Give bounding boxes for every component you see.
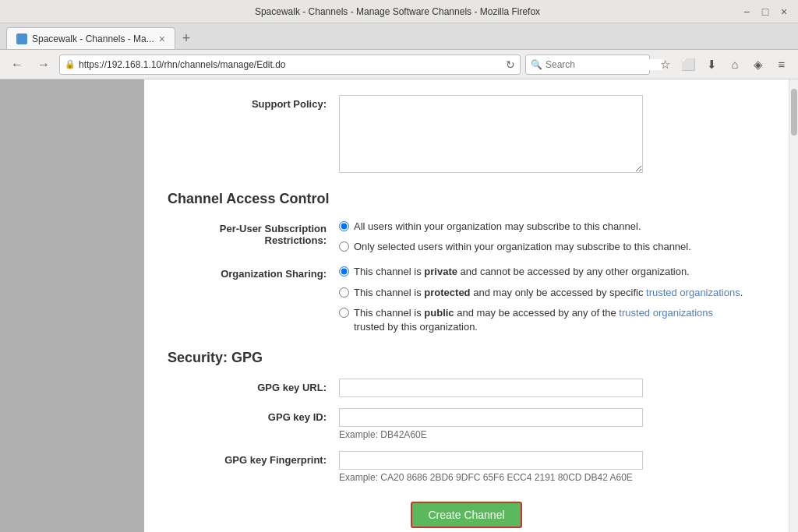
support-policy-field bbox=[339, 95, 765, 175]
org-sharing-radio-group: This channel is private and cannot be ac… bbox=[339, 265, 765, 334]
radio-all-users-option[interactable]: All users within your organization may s… bbox=[339, 220, 765, 234]
radio-protected-option[interactable]: This channel is protected and may only b… bbox=[339, 286, 765, 300]
tab-bar: Spacewalk - Channels - Ma... × + bbox=[0, 23, 798, 50]
search-icon: 🔍 bbox=[531, 59, 542, 70]
menu-button[interactable]: ≡ bbox=[772, 55, 792, 75]
sidebar bbox=[0, 79, 144, 532]
lock-icon: 🔒 bbox=[65, 59, 76, 69]
gpg-fingerprint-field: Example: CA20 8686 2BD6 9DFC 65F6 ECC4 2… bbox=[339, 451, 765, 483]
new-tab-button[interactable]: + bbox=[175, 27, 197, 49]
gpg-url-input[interactable] bbox=[339, 379, 643, 397]
active-tab[interactable]: Spacewalk - Channels - Ma... × bbox=[6, 27, 175, 49]
radio-private-option[interactable]: This channel is private and cannot be ac… bbox=[339, 265, 765, 279]
radio-all-users-input[interactable] bbox=[339, 221, 349, 231]
tab-close-button[interactable]: × bbox=[159, 33, 165, 45]
radio-all-users-label: All users within your organization may s… bbox=[354, 220, 641, 234]
title-bar: Spacewalk - Channels - Manage Software C… bbox=[0, 0, 798, 23]
radio-selected-users-label: Only selected users within your organiza… bbox=[354, 240, 691, 254]
radio-public-label: This channel is public and may be access… bbox=[354, 306, 713, 334]
per-user-radio-group: All users within your organization may s… bbox=[339, 220, 765, 254]
radio-selected-users-option[interactable]: Only selected users within your organiza… bbox=[339, 240, 765, 254]
tab-label: Spacewalk - Channels - Ma... bbox=[32, 33, 154, 44]
toolbar: ← → 🔒 ↻ 🔍 ☆ ⬜ ⬇ ⌂ ◈ ≡ bbox=[0, 50, 798, 79]
close-button[interactable]: × bbox=[778, 5, 790, 18]
org-sharing-field: This channel is private and cannot be ac… bbox=[339, 265, 765, 334]
search-bar[interactable]: 🔍 bbox=[525, 55, 650, 75]
security-gpg-divider: Security: GPG bbox=[168, 350, 765, 366]
browser-window: Spacewalk - Channels - Manage Software C… bbox=[0, 0, 798, 532]
trusted-orgs-link-protected[interactable]: trusted organizations bbox=[646, 287, 740, 298]
home-button[interactable]: ⌂ bbox=[725, 55, 745, 75]
reload-button[interactable]: ↻ bbox=[506, 58, 515, 71]
scrollbar-thumb[interactable] bbox=[791, 89, 797, 136]
gpg-url-field bbox=[339, 379, 765, 397]
support-policy-label: Support Policy: bbox=[168, 95, 339, 110]
radio-private-input[interactable] bbox=[339, 266, 349, 277]
per-user-label: Per-User Subscription Restrictions: bbox=[168, 220, 339, 246]
gpg-url-group: GPG key URL: bbox=[168, 379, 765, 397]
address-bar-container[interactable]: 🔒 ↻ bbox=[59, 55, 521, 75]
maximize-button[interactable]: □ bbox=[759, 5, 772, 18]
content-area: Support Policy: Channel Access Control P… bbox=[0, 79, 798, 532]
main-content: Support Policy: Channel Access Control P… bbox=[144, 79, 789, 532]
create-channel-button[interactable]: Create Channel bbox=[411, 502, 521, 528]
org-sharing-label: Organization Sharing: bbox=[168, 265, 339, 280]
channel-access-title: Channel Access Control bbox=[168, 191, 765, 207]
radio-public-input[interactable] bbox=[339, 308, 349, 318]
gpg-id-label: GPG key ID: bbox=[168, 408, 339, 423]
gpg-fingerprint-input[interactable] bbox=[339, 451, 643, 470]
support-policy-textarea[interactable] bbox=[339, 95, 643, 173]
per-user-field: All users within your organization may s… bbox=[339, 220, 765, 254]
org-sharing-group: Organization Sharing: This channel is pr… bbox=[168, 265, 765, 334]
gpg-id-example: Example: DB42A60E bbox=[339, 429, 765, 440]
address-input[interactable] bbox=[79, 59, 503, 70]
window-controls: − □ × bbox=[740, 5, 790, 18]
pocket-button[interactable]: ◈ bbox=[748, 55, 768, 75]
radio-private-label: This channel is private and cannot be ac… bbox=[354, 265, 690, 279]
radio-protected-input[interactable] bbox=[339, 287, 349, 298]
gpg-fingerprint-label: GPG key Fingerprint: bbox=[168, 451, 339, 466]
gpg-fingerprint-group: GPG key Fingerprint: Example: CA20 8686 … bbox=[168, 451, 765, 483]
support-policy-group: Support Policy: bbox=[168, 95, 765, 175]
radio-selected-users-input[interactable] bbox=[339, 241, 349, 252]
minimize-button[interactable]: − bbox=[740, 5, 753, 18]
gpg-id-group: GPG key ID: Example: DB42A60E bbox=[168, 408, 765, 440]
channel-access-divider: Channel Access Control bbox=[168, 191, 765, 207]
tab-favicon bbox=[16, 33, 27, 44]
bookmark-button[interactable]: ☆ bbox=[655, 55, 675, 75]
security-gpg-title: Security: GPG bbox=[168, 350, 765, 366]
history-button[interactable]: ⬜ bbox=[678, 55, 698, 75]
toolbar-icons: ☆ ⬜ ⬇ ⌂ ◈ ≡ bbox=[655, 55, 792, 75]
radio-public-option[interactable]: This channel is public and may be access… bbox=[339, 306, 765, 334]
forward-button[interactable]: → bbox=[33, 54, 55, 76]
search-input[interactable] bbox=[546, 59, 662, 70]
window-title: Spacewalk - Channels - Manage Software C… bbox=[55, 6, 740, 17]
back-button[interactable]: ← bbox=[6, 54, 28, 76]
gpg-id-field: Example: DB42A60E bbox=[339, 408, 765, 440]
download-button[interactable]: ⬇ bbox=[701, 55, 722, 75]
gpg-id-input[interactable] bbox=[339, 408, 643, 427]
gpg-fingerprint-example: Example: CA20 8686 2BD6 9DFC 65F6 ECC4 2… bbox=[339, 472, 765, 483]
scrollbar-track[interactable] bbox=[789, 79, 798, 532]
radio-protected-label: This channel is protected and may only b… bbox=[354, 286, 743, 300]
per-user-group: Per-User Subscription Restrictions: All … bbox=[168, 220, 765, 254]
trusted-orgs-link-public[interactable]: trusted organizations bbox=[619, 307, 713, 319]
gpg-url-label: GPG key URL: bbox=[168, 379, 339, 393]
button-row: Create Channel bbox=[168, 502, 765, 532]
